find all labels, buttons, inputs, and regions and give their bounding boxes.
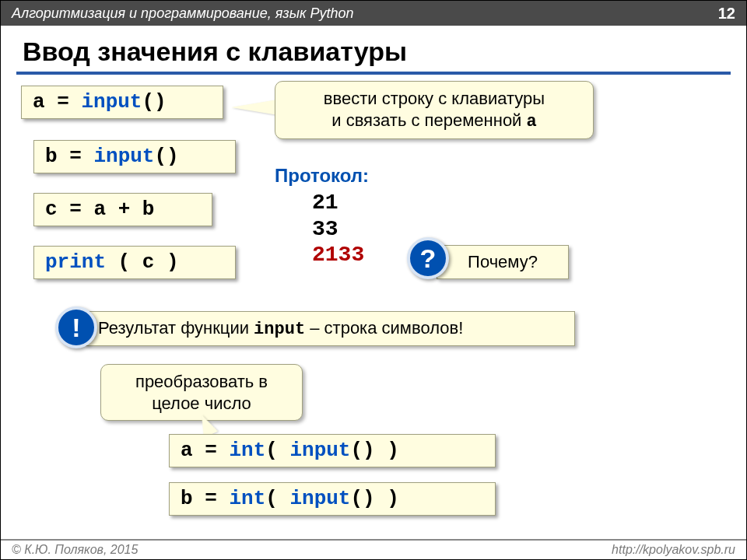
exclaim-fn: input xyxy=(254,320,305,339)
exclaim-badge: ! xyxy=(55,306,97,348)
code-text: a xyxy=(181,439,193,462)
code-text: () ) xyxy=(350,487,398,510)
question-mark-icon: ? xyxy=(420,243,437,274)
exclaim-box: Результат функции input – строка символо… xyxy=(85,311,575,346)
callout-pointer xyxy=(231,100,278,115)
code-a-input: a = input() xyxy=(21,86,223,119)
callout-text: и связать с переменной xyxy=(331,110,526,130)
question-text: Почему? xyxy=(468,252,538,271)
code-text: a + b xyxy=(93,198,154,221)
page-number: 12 xyxy=(718,5,735,23)
code-text: () xyxy=(142,90,166,114)
slide-content: a = input() ввести строку с клавиатуры и… xyxy=(1,86,746,560)
code-text: c xyxy=(45,198,58,221)
code-text: ( xyxy=(265,487,289,510)
code-text: a xyxy=(33,90,45,114)
code-keyword: input xyxy=(93,145,154,168)
callout-input-desc: ввести строку с клавиатуры и связать с п… xyxy=(275,81,594,139)
protocol-result: 2133 xyxy=(312,242,364,268)
code-text: b xyxy=(181,487,193,510)
code-text: = xyxy=(58,145,94,168)
code-b-input: b = input() xyxy=(33,140,236,173)
callout-convert: преобразовать в целое число xyxy=(100,364,303,421)
code-print: print ( c ) xyxy=(33,246,236,279)
callout-line: преобразовать в xyxy=(114,371,289,393)
topbar: Алгоритмизация и программирование, язык … xyxy=(1,1,746,26)
callout-line: и связать с переменной a xyxy=(288,110,580,133)
question-badge: ? xyxy=(407,237,449,279)
callout-line: целое число xyxy=(114,393,289,415)
code-keyword: int xyxy=(229,487,265,510)
code-keyword: input xyxy=(289,439,350,462)
code-keyword: input xyxy=(81,90,142,114)
protocol-value: 33 xyxy=(312,216,364,243)
callout-line: ввести строку с клавиатуры xyxy=(288,88,580,110)
exclaim-mark-icon: ! xyxy=(72,313,80,343)
code-text: = xyxy=(58,198,94,221)
code-text: b xyxy=(45,145,58,168)
question-box: Почему? xyxy=(437,245,569,279)
footer: © К.Ю. Поляков, 2015 http://kpolyakov.sp… xyxy=(1,539,746,559)
code-text: ( xyxy=(265,439,289,462)
protocol-value: 21 xyxy=(312,190,364,216)
code-text: = xyxy=(193,439,230,462)
code-text: = xyxy=(45,90,82,114)
code-a-int-input: a = int( input() ) xyxy=(169,434,496,467)
code-keyword: print xyxy=(45,250,106,274)
code-c-sum: c = a + b xyxy=(33,193,212,226)
footer-url: http://kpolyakov.spb.ru xyxy=(612,543,735,557)
protocol-values: 21 33 2133 xyxy=(312,190,364,268)
code-text: () xyxy=(154,145,178,168)
code-text: ( c ) xyxy=(106,250,179,274)
callout-var: a xyxy=(527,112,537,131)
code-b-int-input: b = int( input() ) xyxy=(169,482,496,516)
protocol-label: Протокол: xyxy=(275,165,369,187)
code-text: = xyxy=(193,487,230,510)
exclaim-text: – строка символов! xyxy=(305,318,463,338)
topbar-title: Алгоритмизация и программирование, язык … xyxy=(12,5,353,22)
slide-title: Ввод значения с клавиатуры xyxy=(1,26,746,72)
exclaim-text: Результат функции xyxy=(98,318,254,338)
footer-copyright: © К.Ю. Поляков, 2015 xyxy=(12,543,138,557)
code-keyword: input xyxy=(289,487,350,510)
code-keyword: int xyxy=(229,439,265,462)
title-underline xyxy=(16,72,731,75)
code-text: () ) xyxy=(350,439,398,462)
